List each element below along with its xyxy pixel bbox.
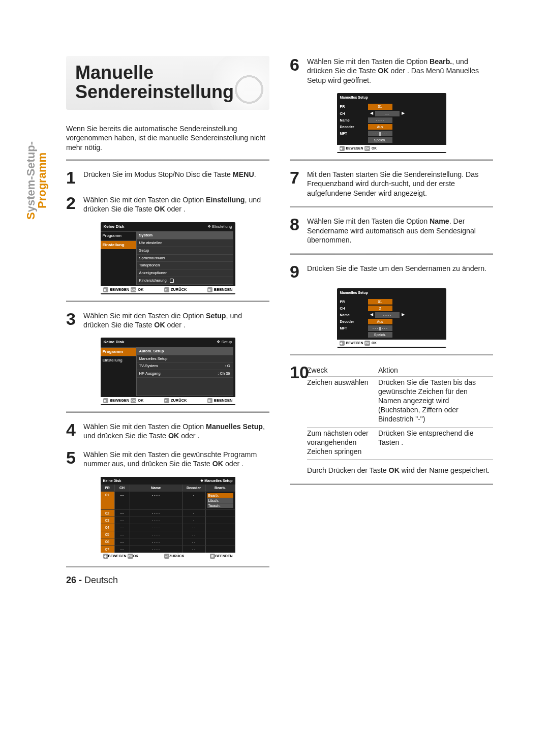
step-text: Wählen Sie mit den Tasten die Option Man… [83, 421, 269, 441]
page-title: Manuelle Sendereinstellung [75, 63, 260, 102]
after-table: Durch Drücken der Taste OK wird der Name… [307, 466, 493, 475]
osd-hdr-right: ❖ Manuelles Setup [200, 478, 232, 483]
osd-manuelles-detail-2: Manuelles Setup PR01 CH2 Name◀- - - -▶ D… [337, 288, 446, 348]
step-text: Mit den Tasten starten Sie die Senderein… [307, 169, 493, 198]
osd-menu-einstellung: Einstellung [101, 356, 136, 365]
osd-hdr-left: Keine Disk [104, 224, 125, 229]
th-ch: CH [115, 485, 130, 491]
step-text: ZweckAktion Zeichen auswählenDrücken Sie… [307, 364, 493, 475]
osd-item: System [137, 232, 233, 239]
osd-item: Kindersicherung [137, 277, 233, 285]
td: Drücken Sie die Tasten bis das gewünscht… [378, 376, 493, 427]
th-pr: PR [101, 485, 115, 491]
step-4: 4 Wählen Sie mit den Tasten die Option M… [66, 421, 269, 441]
osd-hdr-right: ❖ Setup [217, 340, 232, 345]
step-6: 6 Wählen Sie mit den Tasten die Option B… [290, 56, 493, 85]
td: Drücken Sie entsprechend die Tasten . [378, 427, 493, 460]
step-text: Wählen Sie mit den Tasten die Option Ein… [83, 194, 269, 214]
osd-item: Setup [137, 247, 233, 255]
divider [290, 206, 493, 207]
step-9: 9 Drücken Sie die Taste um den Sendernam… [290, 263, 493, 280]
osd-item: HF-Ausgang [139, 371, 161, 376]
step-text: Drücken Sie die Taste um den Sendernamen… [307, 263, 493, 280]
step-10: 10 ZweckAktion Zeichen auswählenDrücken … [290, 364, 493, 475]
th-bearb: Bearb. [206, 485, 235, 491]
step-num: 7 [290, 169, 307, 198]
osd-item: Anzeigeoptionen [137, 269, 233, 277]
divider [290, 354, 493, 355]
osd-setup: Keine Disk❖ Setup Programm Einstellung A… [101, 338, 235, 405]
step-num: 6 [290, 56, 307, 85]
osd-title: Manuelles Setup [340, 290, 368, 295]
osd-einstellung: Keine Disk❖ Einstellung Programm Einstel… [101, 222, 235, 294]
osd-menu-programm: Programm [101, 231, 136, 240]
osd-hdr-left: Keine Disk [104, 340, 125, 345]
osd-menu-einstellung: Einstellung [101, 240, 136, 249]
lock-icon [170, 279, 174, 283]
divider [66, 411, 269, 413]
title-block: Manuelle Sendereinstellung [66, 56, 269, 110]
osd-item: Autom. Setup [139, 349, 164, 354]
divider [66, 300, 269, 302]
divider [290, 483, 493, 485]
step-text: Wählen Sie mit den Tasten die Option Bea… [307, 56, 493, 85]
divider [290, 253, 493, 255]
osd-value: : G [225, 364, 230, 369]
osd-item: Uhr einstellen [137, 239, 233, 247]
osd-title: Manuelles Setup [340, 95, 368, 100]
divider [66, 159, 269, 161]
osd-hdr-right: ❖ Einstellung [207, 224, 232, 229]
osd-manuelles-table: Keine Disk❖ Manuelles Setup PR CH Name D… [101, 477, 235, 560]
step-5: 5 Wählen Sie mit den Tasten die gewünsch… [66, 449, 269, 469]
intro-text: Wenn Sie bereits die automatische Sender… [66, 124, 269, 152]
side-tab-line2: Programm [37, 141, 48, 220]
osd-item: Tonoptionen [137, 262, 233, 269]
osd-hdr-left: Keine Disk [103, 478, 121, 483]
step-3: 3 Wählen Sie mit den Tasten die Option S… [66, 310, 269, 330]
th-zweck: Zweck [307, 365, 378, 376]
divider [66, 566, 269, 567]
right-column: 6 Wählen Sie mit den Tasten die Option B… [290, 56, 493, 576]
step-num: 9 [290, 263, 307, 280]
step-num: 10 [290, 364, 307, 475]
step-text: Wählen Sie mit den Tasten die Option Nam… [307, 216, 493, 245]
step-text: Drücken Sie im Modus Stop/No Disc die Ta… [83, 169, 269, 186]
th-name: Name [130, 485, 182, 491]
step-num: 5 [66, 449, 83, 469]
td: Zum nächsten oder vorangehenden Zeichen … [307, 427, 378, 460]
page-number: 26 - Deutsch [66, 575, 118, 586]
step-text: Wählen Sie mit den Tasten die Option Set… [83, 310, 269, 330]
step-text: Wählen Sie mit den Tasten die gewünschte… [83, 449, 269, 469]
osd-menu-programm: Programm [101, 347, 136, 356]
action-table: ZweckAktion Zeichen auswählenDrücken Sie… [307, 365, 493, 460]
left-column: Manuelle Sendereinstellung Wenn Sie bere… [66, 56, 269, 576]
step-7: 7 Mit den Tasten starten Sie die Sendere… [290, 169, 493, 198]
th-aktion: Aktion [378, 365, 493, 376]
step-num: 1 [66, 169, 83, 186]
step-2: 2 Wählen Sie mit den Tasten die Option E… [66, 194, 269, 214]
osd-value: : Ch 36 [218, 371, 230, 376]
side-tab: System-Setup- Programm [25, 141, 48, 219]
osd-item: TV-System [139, 364, 158, 369]
osd-item: Sprachauswahl [137, 255, 233, 262]
th-decoder: Decoder [182, 485, 206, 491]
step-num: 2 [66, 194, 83, 214]
td: Zeichen auswählen [307, 376, 378, 427]
step-num: 3 [66, 310, 83, 330]
osd-manuelles-detail-1: Manuelles Setup PR01 CH◀---▶ Name- - - -… [337, 93, 446, 153]
step-num: 4 [66, 421, 83, 441]
osd-item: Manuelles Setup [139, 356, 168, 361]
step-num: 8 [290, 216, 307, 245]
step-8: 8 Wählen Sie mit den Tasten die Option N… [290, 216, 493, 245]
side-tab-s: S [24, 212, 37, 220]
divider [290, 159, 493, 161]
step-1: 1 Drücken Sie im Modus Stop/No Disc die … [66, 169, 269, 186]
